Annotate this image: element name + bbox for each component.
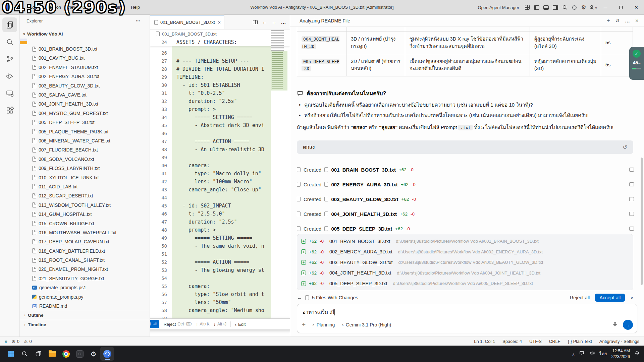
tree-file-item[interactable]: 010_XYLITOL_ICE_RINK.txt	[20, 173, 150, 182]
menu-item[interactable]: Help	[128, 0, 143, 15]
minimap[interactable]	[271, 30, 287, 90]
planning-mode-dropdown[interactable]: Planning	[312, 322, 335, 327]
code-line[interactable]: 42 lens: "100mm Macro"	[150, 178, 290, 186]
close-panel-icon[interactable]	[635, 17, 639, 24]
code-line[interactable]: 28 # DIVIDE THE TOTAL DURATION I	[150, 65, 290, 73]
code-line[interactable]: 30 - id: S01_ESTABLISH	[150, 81, 290, 89]
code-line[interactable]: 53 - The glowing energy st	[150, 266, 290, 274]
antigravity-taskbar-icon[interactable]	[100, 347, 114, 361]
settings-gear-icon[interactable]	[579, 3, 588, 12]
tree-file-item[interactable]: 013_WISDOM_TOOTH_ALLEY.txt	[20, 200, 150, 209]
code-line[interactable]: 55 camera:	[150, 282, 290, 290]
code-line[interactable]: 48 prompt: >	[150, 226, 290, 234]
code-line[interactable]: 44	[150, 194, 290, 202]
tree-file-item[interactable]: 014_GUM_HOSPITAL.txt	[20, 209, 150, 219]
send-button[interactable]	[623, 320, 633, 330]
tree-file-item[interactable]: 016_MOUTHWASH_WATERFALL.txt	[20, 228, 150, 237]
edit-button[interactable]: Edit	[235, 321, 246, 327]
tree-file-item[interactable]: 011_ACID_LAB.txt	[20, 182, 150, 191]
accept-all-button[interactable]: Accept all	[595, 294, 625, 302]
tree-file-item[interactable]: 002_ENAMEL_STADIUM.txt	[20, 63, 150, 72]
new-conversation-icon[interactable]	[607, 17, 610, 24]
tree-file-item[interactable]: 017_DEEP_MOLAR_CAVERN.txt	[20, 237, 150, 246]
reject-all-button[interactable]: Reject all	[570, 295, 590, 300]
tree-file-item[interactable]: generate_prompts.ps1	[20, 283, 150, 292]
maximize-button[interactable]	[613, 0, 629, 15]
code-line[interactable]: 38 - An ultra-realistic 3D	[150, 145, 290, 154]
change-row[interactable]: +62 -0 004_JOINT_HEALTH_3D.txt d:\Users\…	[301, 268, 629, 279]
hidden-icons-chevron[interactable]	[572, 351, 575, 357]
change-row[interactable]: +62 -0 001_BRAIN_BOOST_3D.txt d:\Users\s…	[301, 236, 629, 247]
task-view-icon[interactable]	[32, 347, 45, 361]
outline-section[interactable]: › Outline	[20, 311, 150, 320]
tree-file-item[interactable]: 020_ENAMEL_PROM_NIGHT.txt	[20, 265, 150, 274]
created-file-row[interactable]: Created 002_ENERGY_AURA_3D.txt +62 -0	[297, 177, 634, 192]
tree-file-item[interactable]: 005_PLAQUE_THEME_PARK.txt	[20, 127, 150, 136]
chat-input-value[interactable]: อาหารเสริม เกี่	[303, 308, 335, 316]
tree-file-item[interactable]: 019_ROOT_CANAL_SHAFT.txt	[20, 255, 150, 264]
code-line[interactable]: 51	[150, 250, 290, 258]
code-line[interactable]: 34 ===== SETTING =====	[150, 113, 290, 121]
code-line[interactable]: 45 - id: S02_IMPACT	[150, 202, 290, 210]
tree-file-item[interactable]: 005_DEEP_SLEEP_3D.txt	[20, 118, 150, 127]
extensions-icon[interactable]	[2, 103, 17, 118]
tree-folder-00001[interactable]: › 00001	[20, 39, 27, 44]
code-line[interactable]: 56 type: "Slow orbit and t	[150, 290, 290, 298]
code-line[interactable]: 36	[150, 129, 290, 137]
tree-file-item[interactable]: 007_FLUORIDE_BEACH.txt	[20, 145, 150, 155]
notifications-bell-icon[interactable]	[634, 350, 640, 357]
change-row[interactable]: +62 -0 002_ENERGY_AURA_3D.txt d:\Users\s…	[301, 247, 629, 257]
code-line[interactable]: 46 t: "2.5-5.0"	[150, 210, 290, 218]
tree-file-item[interactable]: 001_BRAIN_BOOST_3D.txt	[20, 44, 150, 53]
sticky-breadcrumb[interactable]: 001_BRAIN_BOOST_3D.txt	[150, 29, 290, 38]
reject-changes-button[interactable]: Reject Ctrl+⌦	[163, 322, 192, 327]
navigate-back-icon[interactable]	[260, 18, 269, 26]
tree-file-item[interactable]: 015_CROWN_BRIDGE.txt	[20, 219, 150, 228]
app-settings-status[interactable]: Antigravity - Settings	[599, 339, 639, 344]
changes-summary-box[interactable]: +62 -0 001_BRAIN_BOOST_3D.txt d:\Users\s…	[297, 234, 633, 290]
language-indicator[interactable]: ไทย	[599, 350, 607, 357]
open-agent-manager-button[interactable]: Open Agent Manager	[478, 5, 519, 10]
more-actions-icon[interactable]	[279, 18, 288, 26]
code-line[interactable]: 39	[150, 154, 290, 162]
cursor-position-status[interactable]: Ln 1, Col 1	[474, 339, 495, 344]
code-line[interactable]: 41 type: "Macro dolly in"	[150, 170, 290, 178]
tree-file-item[interactable]: 006_MINERAL_WATER_CAFE.txt	[20, 136, 150, 145]
attach-icon[interactable]	[302, 321, 306, 328]
source-control-icon[interactable]	[2, 52, 17, 66]
tree-file-item[interactable]: 021_SENSITIVITY_GORGE.txt	[20, 274, 150, 283]
tree-file-item[interactable]: 002_ENERGY_AURA_3D.txt	[20, 72, 150, 81]
created-file-row[interactable]: Created 004_JOINT_HEALTH_3D.txt +62 -0	[297, 206, 634, 221]
code-line[interactable]: 43 camera_angle: "Close-up"	[150, 186, 290, 194]
split-editor-icon[interactable]	[251, 18, 260, 26]
timeline-section[interactable]: › Timeline	[20, 320, 150, 329]
eol-status[interactable]: CRLF	[549, 339, 560, 344]
code-line[interactable]: 27 # --- TIMELINE SETUP ---	[150, 57, 290, 65]
browser-profile-icon[interactable]	[570, 3, 579, 12]
chrome-icon[interactable]	[59, 347, 73, 361]
settings-app-icon[interactable]	[87, 347, 100, 361]
antigravity-status-icon[interactable]	[5, 339, 7, 344]
tree-file-item[interactable]: 001_CAVITY_BUG.txt	[20, 54, 150, 63]
taskbar-search-icon[interactable]	[18, 347, 32, 361]
display-tray-icon[interactable]	[579, 350, 585, 357]
code-line[interactable]: 32 duration: "2.5s"	[150, 97, 290, 105]
revert-message-icon[interactable]	[623, 144, 627, 150]
account-avatar[interactable]	[588, 3, 598, 12]
change-row[interactable]: +62 -0 005_DEEP_SLEEP_3D.txt d:\Users\sj…	[301, 278, 629, 289]
code-line[interactable]: 31 t: "0.0-2.5"	[150, 89, 290, 97]
code-line[interactable]: 37 ===== ACTION =====	[150, 137, 290, 145]
open-file-icon[interactable]	[629, 197, 634, 201]
code-line[interactable]: 58 camera_angle: "Medium sho	[150, 306, 290, 314]
start-button[interactable]	[4, 347, 18, 361]
code-line[interactable]: 57 lens: "50mm"	[150, 298, 290, 306]
remote-explorer-icon[interactable]	[2, 86, 17, 101]
code-line[interactable]: 52 ===== ACTION =====	[150, 258, 290, 266]
toggle-sidebar-icon[interactable]	[532, 3, 541, 12]
errors-status[interactable]: 0	[12, 339, 19, 344]
back-arrow-icon[interactable]	[297, 295, 302, 301]
open-file-icon[interactable]	[629, 182, 634, 186]
code-line[interactable]: 29 TIMELINE:	[150, 73, 290, 81]
warnings-status[interactable]: 0	[24, 339, 32, 344]
code-line[interactable]: 47 duration: "2.5s"	[150, 218, 290, 226]
